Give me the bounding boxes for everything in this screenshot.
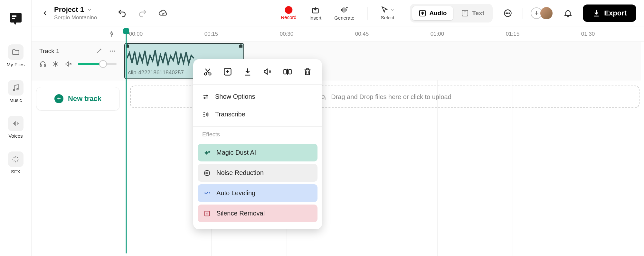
snowflake-icon[interactable]	[52, 60, 59, 68]
volume-thumb[interactable]	[99, 60, 107, 68]
clip-label: clip-422218611840257	[128, 69, 184, 76]
ruler-tick: 00:45	[355, 31, 369, 37]
split-icon	[283, 67, 292, 76]
download-clip-button[interactable]	[242, 66, 254, 78]
effect-auto-leveling[interactable]: Auto Leveling	[198, 184, 317, 202]
ruler-tick: 00:30	[280, 31, 294, 37]
rail-label-music: Music	[9, 97, 22, 103]
select-button[interactable]: Select	[381, 6, 395, 20]
ruler-tick: 01:00	[431, 31, 444, 37]
redo-icon	[138, 8, 147, 18]
divider	[523, 8, 523, 19]
undo-button[interactable]	[116, 7, 128, 19]
noise-icon	[204, 169, 211, 177]
show-options-row[interactable]: Show Options	[193, 88, 322, 105]
mode-audio[interactable]: Audio	[412, 6, 454, 21]
svg-rect-2	[12, 18, 15, 19]
ruler-tick: 00:00	[129, 31, 143, 37]
download-icon	[592, 9, 600, 17]
record-button[interactable]: Record	[281, 6, 296, 20]
cloud-sync-button[interactable]	[157, 7, 169, 19]
pin-icon[interactable]	[108, 31, 115, 38]
wand-icon[interactable]	[95, 48, 102, 55]
svg-point-11	[509, 13, 510, 13]
mode-audio-label: Audio	[430, 10, 447, 17]
trash-icon	[303, 67, 312, 76]
track-header: Track 1	[32, 42, 124, 80]
svg-point-22	[206, 95, 208, 96]
avatar	[540, 6, 553, 20]
svg-point-23	[204, 97, 205, 98]
svg-point-3	[13, 89, 14, 90]
divider	[367, 7, 368, 20]
app-logo	[8, 11, 24, 26]
timeline-ruler[interactable]: 00:00 00:15 00:30 00:45 01:00 01:15 01:3…	[124, 26, 644, 42]
rail-my-files[interactable]: My Files	[7, 44, 25, 67]
back-button[interactable]	[39, 7, 51, 19]
collaborators[interactable]: +	[531, 6, 553, 20]
svg-rect-1	[12, 15, 16, 17]
speaker-mute-icon	[263, 67, 272, 76]
sliders-icon	[202, 93, 209, 100]
rail-label-my-files: My Files	[7, 62, 25, 67]
left-rail: My Files Music Voices SFX	[0, 0, 32, 256]
music-icon	[12, 84, 20, 92]
split-button[interactable]	[281, 66, 294, 78]
svg-rect-20	[284, 69, 286, 74]
rail-sfx[interactable]: SFX	[8, 151, 24, 174]
volume-slider[interactable]	[78, 63, 117, 65]
ruler-tick: 01:15	[506, 31, 520, 37]
mute-clip-button[interactable]	[261, 66, 274, 78]
mode-text-label: Text	[472, 10, 484, 17]
effect-noise-reduction[interactable]: Noise Reduction	[198, 164, 317, 182]
scissors-icon	[203, 67, 212, 76]
effect-magic-dust[interactable]: Magic Dust AI	[198, 144, 317, 161]
mode-text[interactable]: Text	[455, 6, 491, 21]
project-title: Project 1	[54, 5, 84, 14]
more-icon[interactable]	[108, 48, 117, 55]
export-button[interactable]: Export	[583, 5, 636, 22]
comments-button[interactable]	[501, 6, 515, 20]
top-bar: Project 1 Sergio Montanino Record Insert…	[32, 0, 644, 26]
download-icon	[243, 67, 252, 76]
audio-mode-icon	[419, 9, 426, 17]
headphones-icon[interactable]	[39, 60, 46, 68]
insert-button[interactable]: Insert	[309, 5, 322, 21]
generate-button[interactable]: Generate	[334, 5, 355, 21]
effect-silence-removal[interactable]: Silence Removal	[198, 205, 317, 222]
cut-button[interactable]	[202, 66, 214, 78]
delete-button[interactable]	[301, 66, 314, 78]
add-button[interactable]	[222, 66, 234, 78]
effects-heading: Effects	[193, 127, 322, 141]
leveling-icon	[204, 190, 211, 197]
mode-toggle: Audio Text	[410, 4, 493, 23]
rail-music[interactable]: Music	[8, 80, 24, 103]
redo-button[interactable]	[137, 7, 148, 19]
silence-icon	[204, 210, 211, 217]
chevron-left-icon	[42, 10, 49, 17]
ruler-left-gutter	[32, 26, 124, 42]
new-track-button[interactable]: + New track	[36, 87, 120, 111]
effect-magic-dust-label: Magic Dust AI	[216, 149, 256, 156]
svg-rect-16	[44, 65, 46, 67]
cursor-icon	[381, 6, 389, 14]
effect-silence-removal-label: Silence Removal	[216, 210, 265, 217]
voices-icon	[12, 119, 20, 128]
rail-voices[interactable]: Voices	[8, 116, 24, 139]
svg-point-13	[112, 50, 113, 52]
mute-icon[interactable]	[65, 60, 72, 68]
popover-toolbar	[193, 59, 322, 85]
generate-label: Generate	[334, 15, 355, 21]
transcribe-icon	[202, 111, 209, 118]
svg-point-12	[110, 50, 111, 52]
transcribe-row[interactable]: Transcribe	[193, 105, 322, 123]
cloud-check-icon	[158, 8, 168, 18]
project-title-dropdown[interactable]: Project 1	[54, 5, 97, 14]
svg-point-14	[114, 50, 115, 52]
center-tools: Record Insert Generate Select	[281, 5, 394, 21]
effect-auto-leveling-label: Auto Leveling	[216, 189, 255, 197]
text-mode-icon	[461, 9, 469, 17]
track-panel: Track 1 + New track	[32, 42, 124, 117]
notifications-button[interactable]	[561, 6, 575, 20]
undo-icon	[117, 8, 127, 18]
